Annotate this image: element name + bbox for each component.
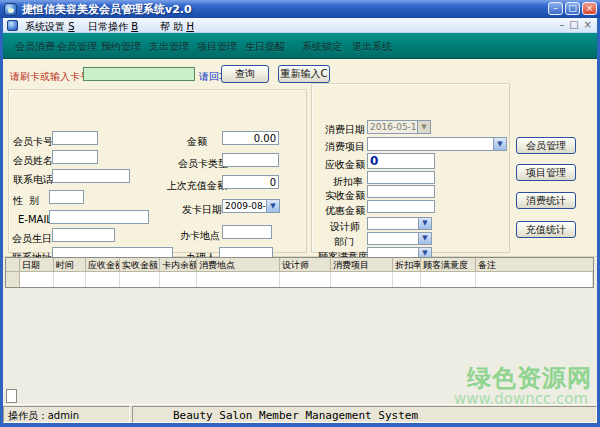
designer-combobox[interactable]: ▼ — [367, 217, 432, 230]
toolbar-item-exit-system[interactable]: 退出系统 — [352, 40, 392, 54]
app-icon — [4, 3, 17, 16]
menu-help[interactable]: 帮 助 H — [160, 20, 194, 34]
grid-cell — [280, 272, 331, 287]
member-name-input[interactable] — [52, 150, 98, 164]
toolbar-item-project-manage[interactable]: 项目管理 — [197, 40, 237, 54]
consume-project-label: 消费项目 — [325, 140, 365, 154]
chevron-down-icon[interactable]: ▼ — [417, 121, 430, 133]
chevron-down-icon[interactable]: ▼ — [418, 218, 431, 229]
chevron-down-icon[interactable]: ▼ — [493, 138, 506, 150]
title-bar[interactable]: 捷恒信美容美发会员管理系统v2.0 – □ × — [0, 0, 600, 18]
consume-date-label: 消费日期 — [325, 123, 365, 137]
grid-cell — [331, 272, 393, 287]
email-label: E-MAIL — [18, 214, 52, 225]
toolbar-item-appointment-manage[interactable]: 预约管理 — [101, 40, 141, 54]
menu-label: 系统设置 — [25, 21, 65, 32]
child-minimize-button[interactable]: – — [559, 19, 564, 31]
toolbar-item-expense-manage[interactable]: 支出管理 — [149, 40, 189, 54]
menu-hotkey: B — [131, 21, 138, 32]
toolbar-item-member-consume[interactable]: 会员消费 — [15, 40, 55, 54]
menu-bar: 系统设置 S 日常操作 B 帮 助 H – □ × — [3, 18, 597, 33]
menu-hotkey: H — [186, 21, 194, 32]
consume-stats-button[interactable]: 消费统计 — [516, 192, 576, 209]
child-close-button[interactable]: × — [584, 19, 592, 31]
toolbar-item-member-manage[interactable]: 会员管理 — [57, 40, 97, 54]
child-window-icon — [7, 20, 18, 31]
issue-date-label: 发卡日期 — [182, 203, 222, 217]
grid-cell — [54, 272, 86, 287]
menu-label: 帮 助 — [160, 21, 183, 32]
grid-col-project: 消费项目 — [331, 258, 393, 272]
close-button[interactable]: × — [582, 2, 597, 15]
phone-input[interactable] — [52, 169, 130, 183]
minimize-button[interactable]: – — [548, 2, 563, 15]
query-button[interactable]: 查询 — [221, 65, 269, 83]
amount-input[interactable] — [222, 131, 279, 145]
chevron-down-icon[interactable]: ▼ — [266, 200, 279, 212]
grid-col-place: 消费地点 — [197, 258, 280, 272]
client-area: 系统设置 S 日常操作 B 帮 助 H – □ × 会员消费 会员管理 预约管理… — [3, 18, 597, 423]
grid-col-discount: 折扣率 — [393, 258, 421, 272]
grid-empty-row[interactable] — [6, 272, 593, 287]
card-no-input[interactable] — [52, 131, 98, 145]
grid-cell — [476, 272, 593, 287]
grid-selector-header — [6, 258, 20, 272]
operator-status: 操作员 : admin — [3, 406, 130, 423]
maximize-button[interactable]: □ — [565, 2, 580, 15]
last-recharge-input[interactable] — [222, 175, 279, 189]
received-input[interactable] — [367, 185, 435, 198]
grid-header-row: 日期 时间 应收金额 实收金额 卡内余额 消费地点 设计师 消费项目 折扣率 顾… — [6, 258, 593, 272]
form-area: 请刷卡或输入卡号 请回车 查询 重新输入C 会员卡号 会员姓名 联系电话 性 别… — [3, 59, 597, 257]
consume-project-combobox[interactable]: ▼ — [367, 137, 507, 151]
grid-cell — [160, 272, 197, 287]
consume-date-value: 2016-05-13 — [370, 122, 422, 132]
discount-label: 折扣率 — [333, 175, 363, 189]
grid-col-remark: 备注 — [476, 258, 593, 272]
department-combobox[interactable]: ▼ — [367, 232, 432, 245]
chevron-down-icon[interactable]: ▼ — [418, 233, 431, 244]
card-type-label: 会员卡类型 — [178, 157, 228, 171]
gender-input[interactable] — [49, 190, 84, 204]
grid-col-designer: 设计师 — [280, 258, 331, 272]
phone-label: 联系电话 — [13, 173, 53, 187]
reset-input-button[interactable]: 重新输入C — [278, 65, 330, 83]
menu-daily-operations[interactable]: 日常操作 B — [88, 20, 138, 34]
birthday-input[interactable] — [52, 228, 115, 242]
card-number-input[interactable] — [83, 67, 195, 81]
toolbar-item-system-lock[interactable]: 系统锁定 — [302, 40, 342, 54]
receivable-label: 应收金额 — [325, 158, 365, 172]
email-input[interactable] — [49, 210, 149, 224]
project-manage-button[interactable]: 项目管理 — [516, 164, 576, 181]
grid-col-receivable: 应收金额 — [86, 258, 120, 272]
receivable-input[interactable] — [367, 153, 435, 169]
grid-cell — [393, 272, 421, 287]
birthday-label: 会员生日 — [12, 232, 52, 246]
toolbar-item-birthday-reminder[interactable]: 生日提醒 — [245, 40, 285, 54]
menu-hotkey: S — [68, 21, 74, 32]
issue-date-combobox[interactable]: 2009-08-27 ▼ — [222, 199, 280, 213]
card-type-input[interactable] — [222, 153, 279, 167]
menu-label: 日常操作 — [88, 21, 128, 32]
issue-place-input[interactable] — [222, 225, 272, 239]
recharge-stats-button[interactable]: 充值统计 — [516, 221, 576, 238]
child-restore-button[interactable]: □ — [569, 19, 578, 31]
designer-label: 设计师 — [330, 220, 360, 234]
gender-label: 性 别 — [13, 194, 39, 208]
preferential-label: 优惠金额 — [325, 204, 365, 218]
grid-cell — [86, 272, 120, 287]
menu-system-settings[interactable]: 系统设置 S — [25, 20, 75, 34]
grid-cell — [197, 272, 280, 287]
grid-col-satisfaction: 顾客满意度 — [421, 258, 476, 272]
window-title: 捷恒信美容美发会员管理系统v2.0 — [22, 2, 192, 17]
card-no-label: 会员卡号 — [13, 135, 53, 149]
received-label: 实收金额 — [325, 189, 365, 203]
row-selector-cell[interactable] — [6, 272, 20, 287]
swipe-card-label: 请刷卡或输入卡号 — [10, 70, 90, 84]
consume-date-combobox[interactable]: 2016-05-13 ▼ — [367, 120, 431, 134]
discount-input[interactable] — [367, 171, 435, 184]
member-manage-button[interactable]: 会员管理 — [516, 137, 576, 154]
preferential-input[interactable] — [367, 200, 435, 213]
consume-history-grid[interactable]: 日期 时间 应收金额 实收金额 卡内余额 消费地点 设计师 消费项目 折扣率 顾… — [5, 257, 594, 288]
system-name-status: Beauty Salon Member Management System — [132, 406, 597, 423]
grid-cell — [120, 272, 160, 287]
